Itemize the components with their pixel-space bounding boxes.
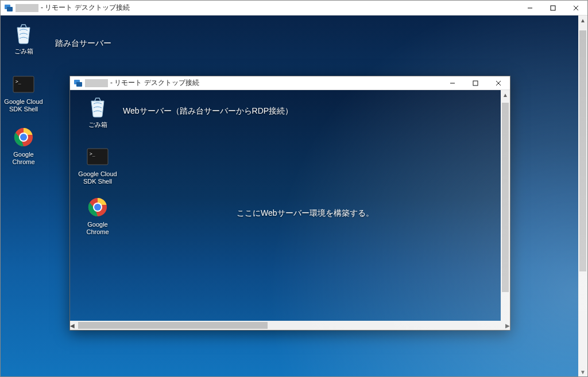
inner-horizontal-scrollbar[interactable]: ◀ ▶ — [70, 321, 510, 330]
chrome-glyph — [86, 196, 109, 219]
chrome-label: Google Chrome — [3, 151, 44, 166]
scroll-thumb[interactable] — [502, 103, 509, 292]
inner-host-redacted — [85, 79, 108, 87]
terminal-icon: >_ — [12, 73, 35, 96]
scroll-right-button[interactable]: ▶ — [505, 321, 510, 330]
sdk-shell-icon-inner[interactable]: >_ Google Cloud SDK Shell — [77, 145, 118, 185]
svg-point-21 — [94, 204, 101, 211]
svg-point-10 — [20, 134, 27, 141]
sdk-shell-icon-outer[interactable]: >_ Google Cloud SDK Shell — [3, 73, 44, 113]
rdp-app-icon — [4, 3, 13, 13]
inner-maximize-button[interactable] — [464, 76, 487, 91]
recycle-bin-label: ごみ箱 — [3, 48, 44, 55]
sdk-shell-label: Google Cloud SDK Shell — [3, 98, 44, 113]
inner-vertical-scrollbar[interactable]: ▲ ▼ — [501, 90, 510, 330]
svg-rect-14 — [473, 81, 478, 85]
chrome-icon-outer[interactable]: Google Chrome — [3, 126, 44, 166]
inner-annotation: Webサーバー（踏み台サーバーからRDP接続） — [123, 106, 293, 116]
recycle-bin-icon-outer[interactable]: ごみ箱 — [3, 22, 44, 55]
scroll-track-h[interactable] — [75, 321, 505, 330]
rdp-app-icon — [74, 79, 83, 88]
outer-host-redacted — [16, 4, 38, 12]
svg-text:>_: >_ — [90, 151, 95, 157]
chrome-icon-inner[interactable]: Google Chrome — [77, 196, 118, 236]
outer-annotation: 踏み台サーバー — [55, 38, 111, 49]
svg-rect-12 — [76, 82, 82, 87]
outer-titlebar[interactable]: - リモート デスクトップ接続 — [1, 1, 587, 15]
svg-rect-3 — [551, 6, 555, 10]
inner-center-message: ここにWebサーバー環境を構築する。 — [237, 208, 374, 219]
inner-rdp-window[interactable]: - リモート デスクトップ接続 — [69, 76, 510, 331]
inner-titlebar[interactable]: - リモート デスクトップ接続 — [70, 76, 510, 90]
sdk-shell-label: Google Cloud SDK Shell — [77, 170, 118, 185]
outer-maximize-button[interactable] — [541, 1, 564, 15]
recycle-bin-glyph — [86, 96, 109, 119]
outer-minimize-button[interactable] — [519, 1, 541, 15]
chrome-label: Google Chrome — [77, 221, 118, 236]
inner-body: ごみ箱 >_ Google Cloud SDK Shell Google Chr… — [70, 90, 510, 330]
scroll-track[interactable] — [501, 99, 510, 321]
scroll-thumb-h[interactable] — [78, 322, 268, 329]
scroll-thumb[interactable] — [579, 30, 586, 271]
scroll-left-button[interactable]: ◀ — [70, 321, 75, 330]
chrome-glyph — [12, 126, 35, 149]
recycle-bin-icon-inner[interactable]: ごみ箱 — [77, 96, 118, 129]
scroll-up-button[interactable]: ▲ — [501, 90, 510, 99]
recycle-bin-glyph — [12, 22, 35, 45]
terminal-icon: >_ — [86, 145, 109, 168]
inner-minimize-button[interactable] — [441, 76, 464, 91]
inner-title-text: - リモート デスクトップ接続 — [110, 78, 199, 88]
svg-rect-1 — [7, 7, 13, 11]
svg-text:>_: >_ — [16, 79, 21, 84]
scroll-down-button[interactable]: ▼ — [578, 367, 587, 376]
scroll-track[interactable] — [578, 25, 587, 367]
scroll-up-button[interactable]: ▲ — [578, 15, 587, 25]
outer-remote-desktop[interactable]: ごみ箱 >_ Google Cloud SDK Shell Google Chr… — [1, 15, 587, 376]
inner-close-button[interactable] — [487, 76, 510, 91]
outer-close-button[interactable] — [564, 1, 587, 15]
outer-vertical-scrollbar[interactable]: ▲ ▼ — [578, 15, 587, 376]
outer-rdp-window: - リモート デスクトップ接続 ごみ箱 >_ Google Cloud — [0, 0, 588, 377]
recycle-bin-label: ごみ箱 — [77, 121, 118, 129]
outer-title-text: - リモート デスクトップ接続 — [41, 3, 130, 13]
inner-remote-desktop[interactable]: ごみ箱 >_ Google Cloud SDK Shell Google Chr… — [70, 90, 510, 330]
